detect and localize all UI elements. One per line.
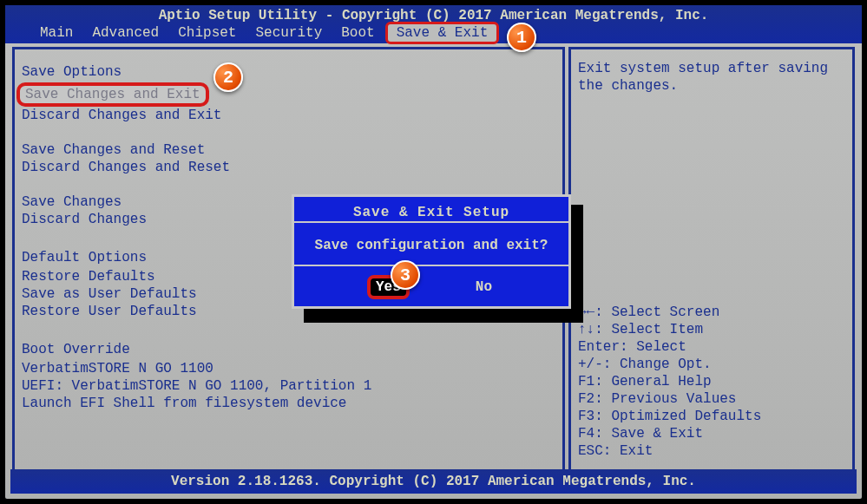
item-save-changes-and-exit[interactable]: Save Changes and Exit — [16, 82, 209, 107]
item-discard-changes-and-exit[interactable]: Discard Changes and Exit — [22, 107, 555, 124]
callout-badge-3: 3 — [391, 260, 420, 290]
help-keys: →←: Select Screen ↑↓: Select Item Enter:… — [578, 304, 845, 460]
help-description: Exit system setup after saving the chang… — [578, 60, 845, 101]
header-bar: Aptio Setup Utility - Copyright (C) 2017… — [5, 5, 862, 43]
callout-badge-2: 2 — [213, 62, 243, 92]
tab-security[interactable]: Security — [246, 24, 331, 42]
help-key-enter: Enter: Select — [578, 338, 845, 356]
footer: Version 2.18.1263. Copyright (C) 2017 Am… — [10, 469, 857, 494]
help-key-f1: F1: General Help — [578, 373, 845, 390]
help-key-f3: F3: Optimized Defaults — [578, 408, 845, 425]
item-launch-efi-shell[interactable]: Launch EFI Shell from filesystem device — [22, 395, 555, 412]
item-boot-uefi-verbatim[interactable]: UEFI: VerbatimSTORE N GO 1100, Partition… — [22, 377, 555, 395]
help-key-f4: F4: Save & Exit — [578, 425, 845, 442]
callout-badge-1: 1 — [507, 23, 536, 52]
help-key-item: ↑↓: Select Item — [578, 321, 845, 338]
item-discard-changes-and-reset[interactable]: Discard Changes and Reset — [22, 159, 555, 176]
header-tabs: Main Advanced Chipset Security Boot Save… — [5, 24, 862, 42]
confirm-dialog: Save & Exit Setup Save configuration and… — [292, 194, 571, 309]
dialog-title: Save & Exit Setup — [306, 204, 556, 221]
dialog-question: Save configuration and exit? — [306, 237, 556, 254]
tab-chipset[interactable]: Chipset — [169, 24, 245, 42]
dialog-no-button[interactable]: No — [476, 278, 492, 296]
help-key-change: +/-: Change Opt. — [578, 356, 845, 373]
tab-save-exit[interactable]: Save & Exit — [385, 22, 500, 44]
dialog-buttons: Yes No — [306, 278, 556, 296]
help-key-screen: →←: Select Screen — [578, 304, 845, 321]
item-save-changes-and-reset[interactable]: Save Changes and Reset — [22, 141, 555, 159]
section-save-options: Save Options — [22, 63, 555, 81]
section-boot-override: Boot Override — [22, 341, 555, 358]
tab-boot[interactable]: Boot — [332, 24, 383, 42]
tab-advanced[interactable]: Advanced — [83, 24, 167, 42]
right-pane: Exit system setup after saving the chang… — [568, 47, 855, 473]
item-boot-verbatim[interactable]: VerbatimSTORE N GO 1100 — [22, 360, 555, 377]
tab-main[interactable]: Main — [31, 24, 82, 42]
help-key-esc: ESC: Exit — [578, 442, 845, 460]
help-key-f2: F2: Previous Values — [578, 390, 845, 408]
